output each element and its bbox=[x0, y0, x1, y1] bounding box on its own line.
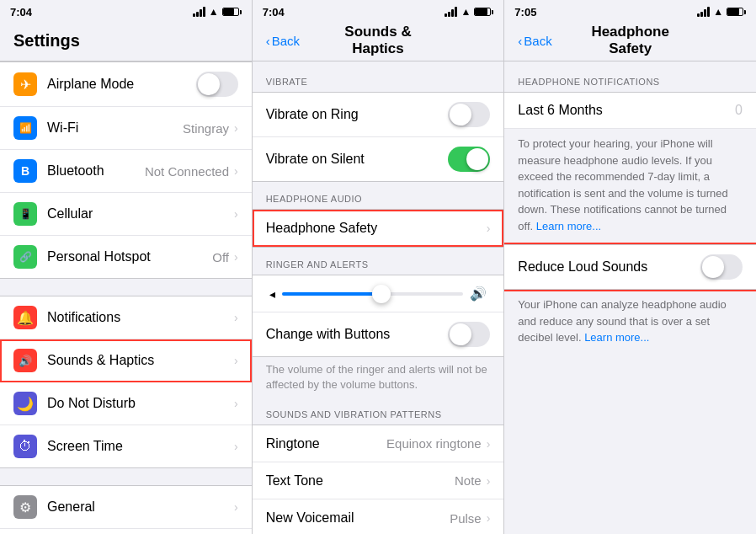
reduce-description: Your iPhone can analyze headphone audio … bbox=[504, 290, 756, 356]
back-arrow-icon: ‹ bbox=[266, 34, 270, 48]
headphone-safety-label: Headphone Safety bbox=[266, 221, 487, 236]
reduce-loud-toggle[interactable] bbox=[700, 254, 743, 280]
control-center-row[interactable]: ⊞ Control Center › bbox=[0, 529, 252, 534]
wifi-value: Stingray bbox=[183, 121, 229, 136]
back-label-3: Back bbox=[524, 34, 551, 48]
headphone-safety-panel: 7:05 ▲ ‹ Back Headphone Safety HEADPHO bbox=[504, 0, 756, 534]
reduce-label: Reduce Loud Sounds bbox=[518, 259, 700, 275]
change-buttons-toggle[interactable] bbox=[448, 322, 490, 347]
ringer-group: ◂ 🔊 Change with Buttons bbox=[253, 275, 504, 357]
hs-description: To protect your hearing, your iPhone wil… bbox=[504, 129, 756, 244]
status-icons-2: ▲ bbox=[445, 6, 493, 18]
new-voicemail-row[interactable]: New Voicemail Pulse › bbox=[253, 499, 504, 534]
settings-list: ✈ Airplane Mode 📶 Wi-Fi Stingray › B Blu… bbox=[0, 61, 252, 534]
wifi-row[interactable]: 📶 Wi-Fi Stingray › bbox=[0, 107, 252, 150]
back-button-2[interactable]: ‹ Back bbox=[266, 34, 300, 48]
headphone-safety-chevron: › bbox=[487, 222, 491, 235]
do-not-disturb-row[interactable]: 🌙 Do Not Disturb › bbox=[0, 382, 252, 425]
hs-description-text: To protect your hearing, your iPhone wil… bbox=[518, 137, 727, 232]
status-icons-3: ▲ bbox=[697, 6, 746, 18]
general-label: General bbox=[47, 499, 234, 515]
last-6-label: Last 6 Months bbox=[518, 103, 735, 118]
learn-more-link-2[interactable]: Learn more... bbox=[584, 331, 649, 344]
last-6-months-row[interactable]: Last 6 Months 0 bbox=[504, 92, 756, 129]
change-buttons-subtext: The volume of the ringer and alerts will… bbox=[253, 357, 504, 401]
wifi-icon-row: 📶 bbox=[13, 116, 37, 140]
airplane-mode-label: Airplane Mode bbox=[47, 77, 196, 92]
ringtone-row[interactable]: Ringtone Equinox ringtone › bbox=[253, 425, 504, 462]
personal-hotspot-row[interactable]: 🔗 Personal Hotspot Off › bbox=[0, 236, 252, 278]
text-tone-value: Note bbox=[455, 473, 482, 488]
screen-time-icon: ⏱ bbox=[13, 435, 37, 458]
slider-thumb[interactable] bbox=[372, 285, 391, 303]
vibrate-section-header: VIBRATE bbox=[253, 61, 504, 92]
settings-group-general: ⚙ General › ⊞ Control Center › AA Displa… bbox=[0, 485, 252, 534]
hotspot-value: Off bbox=[212, 250, 229, 264]
general-row[interactable]: ⚙ General › bbox=[0, 486, 252, 529]
screen-time-row[interactable]: ⏱ Screen Time › bbox=[0, 425, 252, 467]
hotspot-icon: 🔗 bbox=[13, 245, 37, 269]
bluetooth-value: Not Connected bbox=[145, 164, 229, 179]
sounds-haptics-row[interactable]: 🔊 Sounds & Haptics › bbox=[0, 339, 252, 382]
vibrate-silent-label: Vibrate on Silent bbox=[266, 152, 449, 167]
headphone-safety-content: HEADPHONE NOTIFICATIONS Last 6 Months 0 … bbox=[504, 61, 756, 534]
signal-icon-2 bbox=[445, 7, 457, 17]
vibrate-ring-label: Vibrate on Ring bbox=[266, 107, 449, 122]
headphone-safety-row[interactable]: Headphone Safety › bbox=[253, 210, 504, 247]
notifications-label: Notifications bbox=[47, 310, 234, 325]
reduce-loud-sounds-row[interactable]: Reduce Loud Sounds bbox=[504, 244, 756, 290]
sounds-icon: 🔊 bbox=[13, 349, 37, 372]
learn-more-link-1[interactable]: Learn more... bbox=[536, 220, 601, 232]
airplane-mode-row[interactable]: ✈ Airplane Mode bbox=[0, 62, 252, 107]
change-with-buttons-row[interactable]: Change with Buttons bbox=[253, 312, 504, 356]
sounds-chevron: › bbox=[234, 354, 238, 367]
screen-time-chevron: › bbox=[234, 440, 238, 453]
dnd-icon: 🌙 bbox=[13, 392, 37, 415]
notifications-icon: 🔔 bbox=[13, 306, 37, 329]
back-label-2: Back bbox=[272, 34, 300, 48]
sounds-settings-list: VIBRATE Vibrate on Ring Vibrate on Silen… bbox=[253, 61, 504, 534]
last-6-value: 0 bbox=[735, 103, 743, 118]
airplane-mode-toggle[interactable] bbox=[196, 72, 238, 97]
nav-bar-3: ‹ Back Headphone Safety bbox=[504, 24, 756, 61]
back-button-3[interactable]: ‹ Back bbox=[518, 34, 551, 48]
status-icons-1: ▲ bbox=[193, 6, 242, 18]
cellular-icon: 📱 bbox=[13, 202, 37, 226]
vibrate-on-ring-row[interactable]: Vibrate on Ring bbox=[253, 93, 504, 137]
notifications-chevron: › bbox=[234, 311, 238, 324]
text-tone-label: Text Tone bbox=[266, 473, 455, 489]
hotspot-label: Personal Hotspot bbox=[47, 249, 212, 264]
text-tone-row[interactable]: Text Tone Note › bbox=[253, 462, 504, 499]
status-bar-2: 7:04 ▲ bbox=[253, 0, 504, 24]
signal-icon bbox=[193, 7, 205, 17]
nav-bar-2: ‹ Back Sounds & Haptics bbox=[253, 24, 504, 61]
cellular-chevron: › bbox=[234, 207, 238, 221]
wifi-icon-3: ▲ bbox=[713, 6, 723, 18]
vibrate-silent-toggle[interactable] bbox=[448, 147, 490, 172]
notifications-row[interactable]: 🔔 Notifications › bbox=[0, 296, 252, 339]
slider-fill bbox=[282, 292, 382, 296]
time-2: 7:04 bbox=[263, 6, 285, 19]
vibrate-ring-toggle[interactable] bbox=[448, 102, 490, 127]
voicemail-chevron: › bbox=[487, 511, 491, 525]
slider-track[interactable] bbox=[282, 292, 464, 296]
text-tone-chevron: › bbox=[487, 474, 491, 488]
ringer-alerts-header: RINGER AND ALERTS bbox=[253, 248, 504, 275]
back-arrow-icon-3: ‹ bbox=[518, 34, 522, 48]
volume-high-icon: 🔊 bbox=[470, 286, 487, 302]
volume-slider[interactable]: ◂ 🔊 bbox=[266, 286, 491, 302]
cellular-row[interactable]: 📱 Cellular › bbox=[0, 193, 252, 236]
change-buttons-label: Change with Buttons bbox=[266, 327, 449, 342]
settings-group-alerts: 🔔 Notifications › 🔊 Sounds & Haptics › 🌙… bbox=[0, 296, 252, 468]
vibrate-on-silent-row[interactable]: Vibrate on Silent bbox=[253, 137, 504, 181]
ringtone-chevron: › bbox=[487, 437, 491, 451]
page-title-2: Sounds & Haptics bbox=[322, 24, 434, 57]
time-1: 7:04 bbox=[10, 6, 32, 19]
wifi-icon: ▲ bbox=[209, 6, 219, 18]
voicemail-label: New Voicemail bbox=[266, 510, 450, 526]
airplane-mode-icon: ✈ bbox=[13, 72, 37, 96]
general-icon: ⚙ bbox=[13, 495, 37, 519]
dnd-chevron: › bbox=[234, 397, 238, 410]
battery-icon-3 bbox=[727, 8, 746, 16]
bluetooth-row[interactable]: B Bluetooth Not Connected › bbox=[0, 150, 252, 193]
